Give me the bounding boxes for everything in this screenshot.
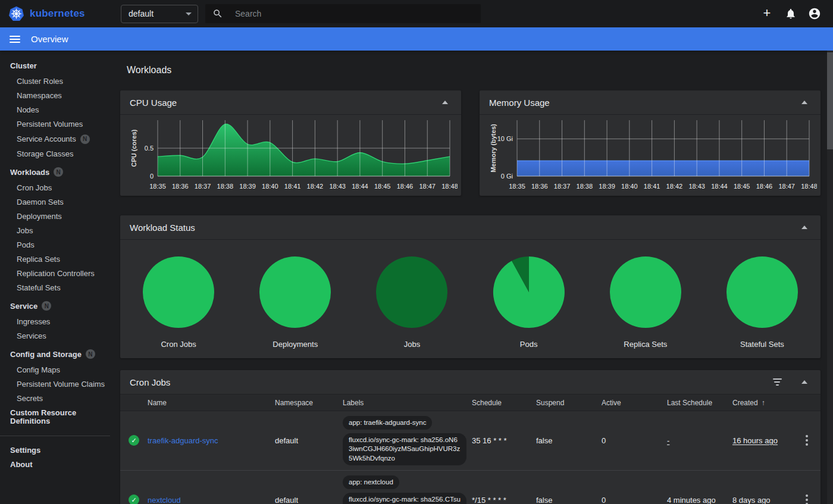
- svg-text:18:39: 18:39: [239, 183, 256, 190]
- brand-title: kubernetes: [30, 8, 85, 20]
- sidebar-item-nodes[interactable]: Nodes: [0, 103, 110, 117]
- collapse-button[interactable]: [798, 221, 811, 234]
- created-value[interactable]: 8 days ago: [732, 496, 771, 504]
- namespace-cell: default: [275, 496, 343, 504]
- sidebar-item-settings[interactable]: Settings: [0, 443, 110, 458]
- success-check-icon: ✓: [129, 494, 139, 504]
- search-bar[interactable]: [205, 4, 481, 23]
- sidebar-item-jobs[interactable]: Jobs: [0, 224, 110, 238]
- account-button[interactable]: [807, 6, 822, 21]
- suspend-cell: false: [536, 436, 602, 445]
- sidebar-item-pods[interactable]: Pods: [0, 238, 110, 252]
- column-header-active[interactable]: Active: [602, 399, 667, 407]
- menu-icon[interactable]: [10, 36, 20, 43]
- sidebar-group-config-and-storage[interactable]: Config and StorageN: [0, 345, 110, 363]
- sidebar-item-services[interactable]: Services: [0, 329, 110, 343]
- schedule-cell: 35 16 * * *: [472, 436, 536, 445]
- sidebar-group-workloads[interactable]: WorkloadsN: [0, 163, 110, 181]
- sidebar-item-about[interactable]: About: [0, 458, 110, 472]
- last-schedule-value[interactable]: -: [667, 436, 669, 445]
- sidebar-item-label: Nodes: [17, 106, 39, 114]
- create-resource-button[interactable]: +: [759, 6, 775, 21]
- sidebar-nav: ClusterCluster RolesNamespacesNodesPersi…: [0, 57, 110, 428]
- kebab-menu-icon[interactable]: [800, 493, 814, 504]
- sidebar-item-cron-jobs[interactable]: Cron Jobs: [0, 181, 110, 195]
- sidebar-item-service-accounts[interactable]: Service AccountsN: [0, 132, 110, 147]
- column-header-label: Schedule: [472, 399, 502, 407]
- svg-text:18:46: 18:46: [756, 183, 773, 190]
- sidebar-item-config-maps[interactable]: Config Maps: [0, 363, 110, 377]
- actions-cell: [793, 493, 821, 504]
- caret-up-icon: [801, 380, 807, 384]
- cronjob-name-link[interactable]: traefik-adguard-sync: [148, 436, 218, 445]
- search-input[interactable]: [234, 8, 474, 19]
- sidebar-group-custom-resource-definitions[interactable]: Custom Resource Definitions: [0, 406, 110, 428]
- sidebar-item-label: About: [10, 461, 33, 469]
- sidebar-item-cluster-roles[interactable]: Cluster Roles: [0, 74, 110, 89]
- cron-jobs-table-body: ✓traefik-adguard-syncdefaultapp: traefik…: [120, 411, 821, 504]
- column-header-suspend[interactable]: Suspend: [536, 399, 602, 407]
- sidebar-item-replication-controllers[interactable]: Replication Controllers: [0, 267, 110, 281]
- cronjob-name-link[interactable]: nextcloud: [148, 496, 181, 504]
- sidebar-item-namespaces[interactable]: Namespaces: [0, 89, 110, 103]
- caret-up-icon: [442, 101, 448, 104]
- sidebar-item-storage-classes[interactable]: Storage Classes: [0, 147, 110, 161]
- column-header-schedule[interactable]: Schedule: [472, 399, 536, 407]
- created-value[interactable]: 16 hours ago: [732, 436, 778, 445]
- svg-text:18:46: 18:46: [397, 183, 414, 190]
- svg-text:18:40: 18:40: [262, 183, 278, 190]
- caret-up-icon: [801, 101, 807, 104]
- sidebar-item-secrets[interactable]: Secrets: [0, 392, 110, 406]
- sidebar-item-daemon-sets[interactable]: Daemon Sets: [0, 195, 110, 209]
- column-header-label: Namespace: [275, 399, 313, 407]
- notifications-button[interactable]: [783, 6, 798, 21]
- sidebar-item-stateful-sets[interactable]: Stateful Sets: [0, 281, 110, 295]
- memory-usage-card: Memory Usage 0 Gi10 Gi18:3518:3618:3718:…: [480, 90, 821, 196]
- pie-label: Pods: [520, 340, 538, 349]
- kebab-menu-icon[interactable]: [800, 433, 814, 447]
- sidebar-group-service[interactable]: ServiceN: [0, 297, 110, 315]
- column-header-labels[interactable]: Labels: [343, 399, 472, 407]
- sidebar-item-persistent-volumes[interactable]: Persistent Volumes: [0, 117, 110, 132]
- new-badge: N: [54, 167, 63, 177]
- svg-text:18:41: 18:41: [644, 183, 660, 190]
- sidebar-item-replica-sets[interactable]: Replica Sets: [0, 252, 110, 267]
- sidebar-group-cluster[interactable]: Cluster: [0, 57, 110, 74]
- column-header-last-schedule[interactable]: Last Schedule: [667, 399, 732, 407]
- svg-text:18:37: 18:37: [554, 183, 571, 190]
- sidebar-footer: SettingsAbout: [0, 443, 110, 472]
- svg-text:Memory (bytes): Memory (bytes): [490, 124, 497, 173]
- svg-text:18:43: 18:43: [329, 183, 346, 190]
- column-header-created[interactable]: Created↑: [732, 399, 793, 407]
- sidebar-item-ingresses[interactable]: Ingresses: [0, 315, 110, 329]
- sidebar-item-deployments[interactable]: Deployments: [0, 209, 110, 224]
- column-header-namespace[interactable]: Namespace: [275, 399, 343, 407]
- filter-icon[interactable]: [771, 375, 784, 389]
- sidebar-item-persistent-volume-claims[interactable]: Persistent Volume Claims: [0, 377, 110, 392]
- workload-pie-replica-sets: Replica Sets: [587, 256, 704, 349]
- kubernetes-logo-link[interactable]: kubernetes: [8, 6, 107, 22]
- svg-text:0.5: 0.5: [145, 145, 154, 152]
- last-schedule-value[interactable]: 4 minutes ago: [667, 496, 716, 504]
- collapse-button[interactable]: [439, 96, 452, 109]
- svg-text:18:47: 18:47: [778, 183, 795, 190]
- workload-pie-deployments: Deployments: [237, 256, 353, 349]
- table-row: ✓nextclouddefaultapp: nextcloudfluxcd.io…: [120, 471, 821, 504]
- pie-label: Replica Sets: [624, 340, 667, 349]
- status-cell: ✓: [120, 435, 148, 446]
- namespace-select[interactable]: default: [121, 5, 198, 23]
- sidebar: ClusterCluster RolesNamespacesNodesPersi…: [0, 51, 110, 504]
- collapse-button[interactable]: [798, 375, 811, 389]
- svg-text:18:45: 18:45: [734, 183, 750, 190]
- sidebar-item-label: Replica Sets: [17, 255, 60, 264]
- label-chip: app: traefik-adguard-sync: [343, 416, 432, 430]
- vertical-scrollbar-thumb[interactable]: [827, 52, 833, 149]
- caret-up-icon: [801, 226, 807, 229]
- sort-arrow-up-icon: ↑: [762, 399, 765, 407]
- sidebar-item-label: Namespaces: [17, 92, 62, 100]
- column-header-label: Suspend: [536, 399, 564, 407]
- cpu-card-title: CPU Usage: [130, 98, 177, 108]
- collapse-button[interactable]: [798, 96, 811, 109]
- sidebar-item-label: Pods: [17, 241, 35, 249]
- column-header-name[interactable]: Name: [148, 399, 275, 407]
